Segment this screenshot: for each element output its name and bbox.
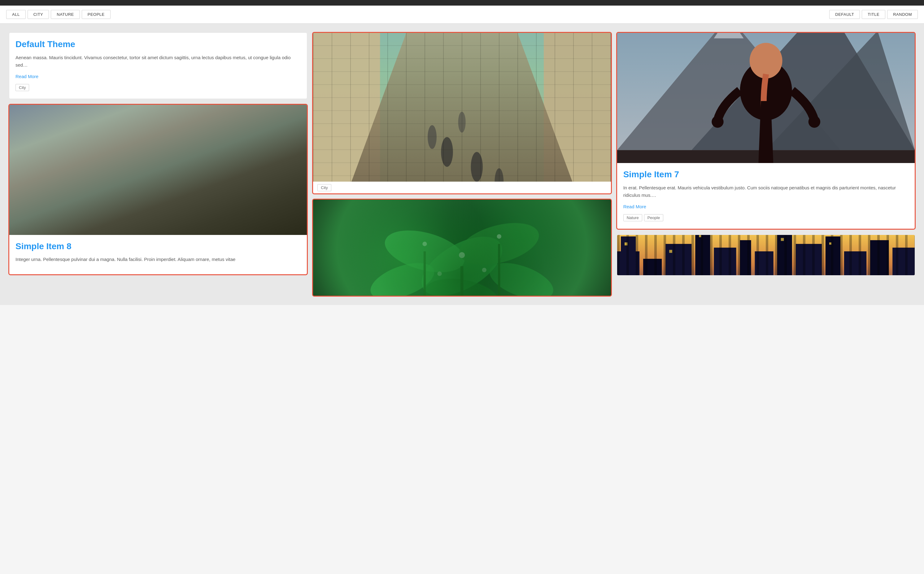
- svg-rect-59: [621, 237, 636, 275]
- top-bar: [0, 0, 924, 6]
- svg-rect-11: [544, 33, 611, 181]
- svg-point-19: [471, 152, 483, 181]
- svg-rect-69: [844, 251, 866, 275]
- filter-city[interactable]: CITY: [28, 10, 49, 19]
- filter-nature[interactable]: NATURE: [51, 10, 80, 19]
- filter-right: DEFAULT TITLE RANDOM: [829, 10, 918, 19]
- svg-point-40: [438, 271, 442, 276]
- svg-point-31: [412, 225, 512, 296]
- sort-title[interactable]: TITLE: [862, 10, 885, 19]
- svg-rect-63: [714, 248, 736, 275]
- svg-rect-1: [313, 33, 380, 181]
- svg-rect-62: [695, 235, 710, 275]
- svg-point-33: [455, 215, 544, 273]
- bikes-image: [9, 105, 307, 235]
- svg-point-18: [441, 137, 453, 167]
- tag-city-street[interactable]: City: [317, 184, 331, 191]
- svg-rect-60: [643, 259, 662, 275]
- simple-item-7-read-more[interactable]: Read More: [623, 204, 646, 209]
- tag-city-default[interactable]: City: [16, 84, 29, 91]
- svg-marker-17: [313, 33, 611, 181]
- filter-row: ALL CITY NATURE PEOPLE DEFAULT TITLE RAN…: [0, 6, 924, 24]
- city-buildings-image: [617, 235, 915, 275]
- sort-default[interactable]: DEFAULT: [829, 10, 860, 19]
- card-simple-item-8: Simple Item 8 Integer urna. Pellentesque…: [9, 105, 307, 274]
- nature-plant-image: [313, 200, 611, 296]
- svg-rect-74: [699, 235, 701, 237]
- svg-point-56: [808, 116, 820, 128]
- svg-point-53: [750, 43, 782, 79]
- card-default-theme: Default Theme Aenean massa. Mauris tinci…: [9, 33, 307, 99]
- card-city-street: City: [313, 33, 611, 193]
- svg-point-41: [482, 268, 486, 272]
- simple-item-7-tags: Nature People: [623, 214, 908, 222]
- svg-rect-75: [781, 238, 784, 241]
- svg-rect-67: [795, 244, 822, 275]
- svg-point-54: [761, 116, 770, 125]
- svg-point-37: [459, 252, 465, 258]
- svg-rect-73: [669, 250, 672, 253]
- svg-point-21: [427, 125, 437, 149]
- card-nature-plant: [313, 200, 611, 296]
- svg-rect-70: [870, 240, 889, 275]
- svg-rect-30: [313, 200, 611, 296]
- svg-rect-76: [829, 242, 831, 244]
- card-default-theme-text: Default Theme Aenean massa. Mauris tinci…: [9, 33, 307, 99]
- simple-item-8-text: Simple Item 8 Integer urna. Pellentesque…: [9, 235, 307, 274]
- simple-item-8-body: Integer urna. Pellentesque pulvinar dui …: [16, 256, 301, 263]
- column-2: City: [310, 30, 614, 299]
- card-simple-item-7: Simple Item 7 In erat. Pellentesque erat…: [617, 33, 915, 229]
- person-mountain-image: [617, 33, 915, 163]
- svg-rect-72: [625, 242, 628, 246]
- svg-point-22: [458, 112, 466, 132]
- filter-left: ALL CITY NATURE PEOPLE: [6, 10, 110, 19]
- svg-point-20: [495, 168, 504, 181]
- simple-item-7-text: Simple Item 7 In erat. Pellentesque erat…: [617, 163, 915, 229]
- svg-marker-49: [714, 33, 743, 38]
- svg-rect-0: [313, 33, 611, 181]
- default-theme-body: Aenean massa. Mauris tincidunt. Vivamus …: [16, 54, 301, 69]
- svg-rect-66: [777, 235, 792, 275]
- city-street-tag-container: City: [313, 181, 611, 193]
- card-city-buildings: [617, 235, 915, 275]
- simple-item-7-body: In erat. Pellentesque erat. Mauris vehic…: [623, 184, 908, 199]
- svg-point-35: [366, 256, 439, 296]
- svg-rect-71: [893, 248, 915, 275]
- svg-rect-61: [665, 244, 691, 275]
- filter-people[interactable]: PEOPLE: [82, 10, 110, 19]
- svg-point-38: [423, 242, 427, 246]
- svg-rect-68: [825, 237, 841, 275]
- svg-rect-57: [617, 235, 915, 275]
- tag-nature-item7[interactable]: Nature: [623, 214, 642, 221]
- main-grid: Default Theme Aenean massa. Mauris tinci…: [0, 24, 924, 305]
- svg-point-32: [380, 223, 469, 280]
- column-3: Simple Item 7 In erat. Pellentesque erat…: [614, 30, 918, 299]
- svg-point-39: [497, 234, 501, 239]
- sort-random[interactable]: RANDOM: [887, 10, 918, 19]
- simple-item-7-title: Simple Item 7: [623, 169, 908, 180]
- default-theme-title: Default Theme: [16, 39, 301, 50]
- city-street-image: [313, 33, 611, 181]
- default-theme-tags: City: [16, 84, 301, 92]
- simple-item-8-title: Simple Item 8: [16, 241, 301, 252]
- tag-people-item7[interactable]: People: [644, 214, 663, 221]
- svg-point-34: [423, 273, 501, 296]
- column-1: Default Theme Aenean massa. Mauris tinci…: [6, 30, 310, 299]
- svg-rect-51: [617, 150, 915, 163]
- svg-point-36: [485, 256, 558, 296]
- filter-all[interactable]: ALL: [6, 10, 26, 19]
- svg-rect-65: [754, 251, 773, 275]
- default-theme-read-more[interactable]: Read More: [16, 74, 38, 79]
- svg-rect-58: [617, 251, 640, 275]
- svg-rect-64: [740, 240, 751, 275]
- svg-point-55: [712, 116, 723, 128]
